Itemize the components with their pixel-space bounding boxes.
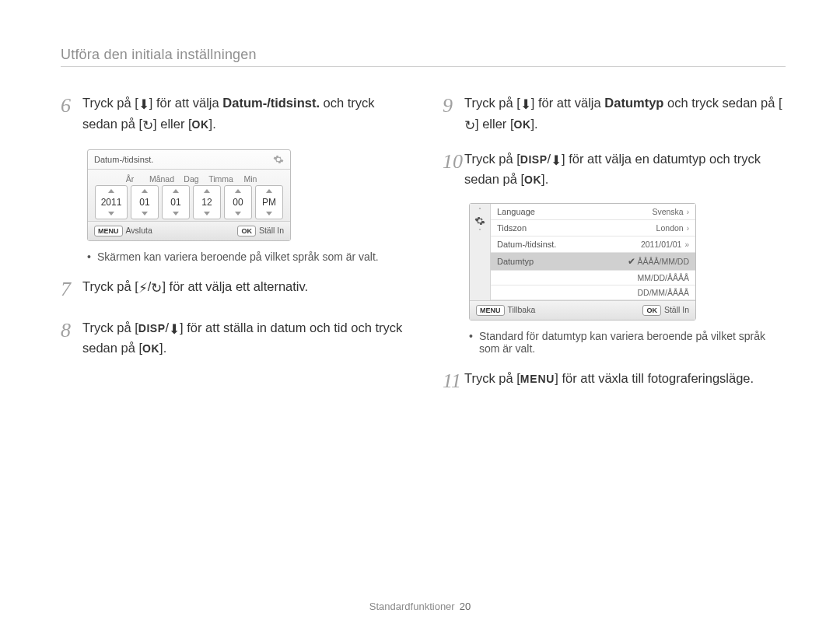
step-11-text: Tryck på [MENU] för att växla till fotog… <box>464 369 786 396</box>
chevron-right-icon: » <box>684 240 689 249</box>
down-icon: ⬇︎ <box>551 151 562 170</box>
step-10: 10 Tryck på [DISP/⬇︎] för att välja en d… <box>443 149 786 190</box>
disp-icon: DISP <box>138 322 166 335</box>
date-format-option[interactable]: DD/MM/ÅÅÅÅ <box>491 285 695 300</box>
note-1: • Skärmen kan variera beroende på vilket… <box>87 250 404 263</box>
menu-icon: MENU <box>520 373 555 385</box>
down-icon: ⬇︎ <box>138 95 149 114</box>
widget-title: Datum-/tidsinst. <box>94 155 153 164</box>
settings-widget: ˄ ˅ Language Svenska› Tidszon London› <box>469 203 696 321</box>
year-spinner[interactable]: 2011 <box>95 185 128 219</box>
columns: 6 Tryck på [⬇︎] för att välja Datum-/tid… <box>61 93 786 410</box>
page-title: Utföra den initiala inställningen <box>61 47 786 67</box>
chevron-right-icon: › <box>687 208 689 216</box>
menu-key: MENU <box>476 305 505 316</box>
min-spinner[interactable]: 00 <box>224 185 252 219</box>
step-11: 11 Tryck på [MENU] för att växla till fo… <box>443 369 786 396</box>
page-footer: Standardfunktioner20 <box>0 601 840 612</box>
settings-body: ˄ ˅ Language Svenska› Tidszon London› <box>470 204 695 300</box>
step-6: 6 Tryck på [⬇︎] för att välja Datum-/tid… <box>61 93 404 135</box>
widget-footer: MENUAvsluta OKStäll In <box>88 221 290 240</box>
gear-icon <box>273 154 284 165</box>
timer-icon: ↻ <box>142 116 153 135</box>
day-spinner[interactable]: 01 <box>162 185 190 219</box>
step-6-text: Tryck på [⬇︎] för att välja Datum-/tidsi… <box>82 93 404 135</box>
settings-row-timezone[interactable]: Tidszon London› <box>491 220 695 236</box>
chevron-right-icon: › <box>687 224 689 233</box>
right-column: 9 Tryck på [⬇︎] för att välja Datumtyp o… <box>443 93 786 410</box>
step-10-text: Tryck på [DISP/⬇︎] för att välja en datu… <box>464 149 786 190</box>
settings-row-datetype[interactable]: Datumtyp ✔ÅÅÅÅ/MM/DD <box>491 253 695 271</box>
left-column: 6 Tryck på [⬇︎] för att välja Datum-/tid… <box>61 93 404 410</box>
step-number: 7 <box>61 274 82 304</box>
step-8-text: Tryck på [DISP/⬇︎] för att ställa in dat… <box>82 318 404 359</box>
month-spinner[interactable]: 01 <box>131 185 159 219</box>
step-number: 8 <box>61 315 82 359</box>
date-format-option[interactable]: MM/DD/ÅÅÅÅ <box>491 271 695 285</box>
step-7-text: Tryck på [⚡︎/↻] för att välja ett altern… <box>82 277 404 304</box>
ok-icon: OK <box>142 341 159 357</box>
bullet-icon: • <box>469 330 473 355</box>
step-number: 6 <box>61 90 82 135</box>
timer-icon: ↻ <box>151 278 162 298</box>
widget-titlebar: Datum-/tidsinst. <box>88 150 290 170</box>
check-icon: ✔ <box>628 256 635 267</box>
gear-icon <box>474 215 485 226</box>
ok-icon: OK <box>514 117 531 133</box>
step-number: 11 <box>443 366 464 396</box>
settings-sidebar: ˄ ˅ <box>470 204 491 300</box>
step-7: 7 Tryck på [⚡︎/↻] för att välja ett alte… <box>61 277 404 304</box>
ampm-spinner[interactable]: PM <box>255 185 283 219</box>
step-number: 9 <box>443 90 464 135</box>
caret-up-icon: ˄ <box>478 207 481 214</box>
ok-icon: OK <box>192 117 209 133</box>
ok-key: OK <box>642 305 661 316</box>
manual-page: Utföra den initiala inställningen 6 Tryc… <box>0 0 840 410</box>
step-8: 8 Tryck på [DISP/⬇︎] för att ställa in d… <box>61 318 404 359</box>
ok-icon: OK <box>524 172 541 188</box>
step-number: 10 <box>443 146 464 190</box>
menu-key: MENU <box>94 226 123 236</box>
flash-icon: ⚡︎ <box>138 278 148 298</box>
settings-row-datetime[interactable]: Datum-/tidsinst. 2011/01/01» <box>491 236 695 253</box>
settings-row-language[interactable]: Language Svenska› <box>491 204 695 220</box>
caret-down-icon: ˅ <box>478 228 481 235</box>
down-icon: ⬇︎ <box>169 320 180 339</box>
datetime-headers: År Månad Dag Timma Min <box>88 170 290 184</box>
timer-icon: ↻ <box>464 116 475 135</box>
datetime-values: 2011 01 01 12 00 PM <box>88 184 290 221</box>
disp-icon: DISP <box>520 153 548 166</box>
ok-key: OK <box>237 226 256 236</box>
datetime-widget: Datum-/tidsinst. År Månad Dag Timma Min … <box>87 149 291 241</box>
settings-list: Language Svenska› Tidszon London› Datum-… <box>491 204 695 300</box>
step-9-text: Tryck på [⬇︎] för att välja Datumtyp och… <box>464 93 786 135</box>
step-9: 9 Tryck på [⬇︎] för att välja Datumtyp o… <box>443 93 786 135</box>
down-icon: ⬇︎ <box>520 95 531 114</box>
bullet-icon: • <box>87 250 91 263</box>
widget-footer: MENUTillbaka OKStäll In <box>470 300 695 320</box>
hour-spinner[interactable]: 12 <box>193 185 221 219</box>
note-2: • Standard för datumtyp kan variera bero… <box>469 330 786 355</box>
